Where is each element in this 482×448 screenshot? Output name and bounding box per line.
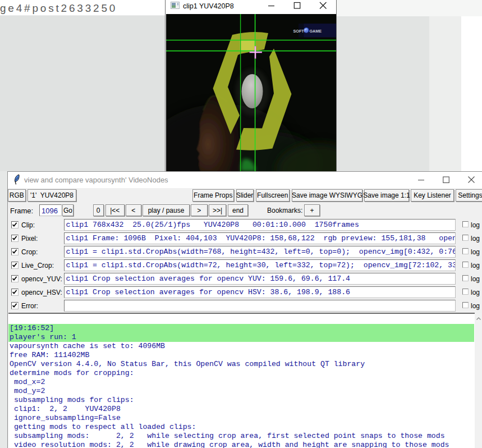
svg-text:GAME: GAME <box>310 29 322 34</box>
svg-text:SOFT: SOFT <box>293 29 305 34</box>
